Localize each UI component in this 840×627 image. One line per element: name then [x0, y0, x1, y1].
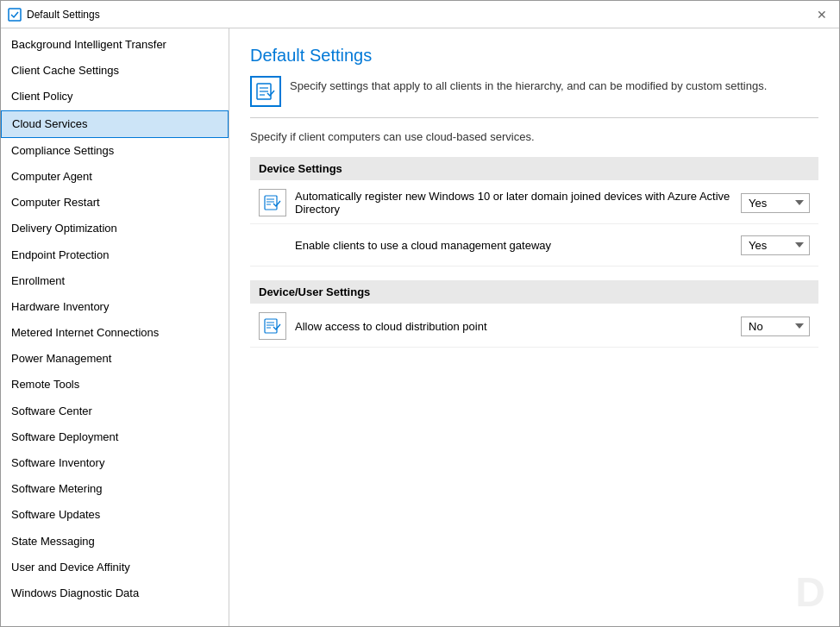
sidebar-item[interactable]: Software Center [1, 398, 229, 424]
sidebar-item[interactable]: Power Management [1, 346, 229, 372]
sidebar-item[interactable]: Compliance Settings [1, 138, 229, 164]
sidebar-item[interactable]: Background Intelligent Transfer [1, 32, 229, 58]
main-panel: Default Settings Specify settings that a… [229, 28, 839, 626]
main-title: Default Settings [250, 46, 818, 66]
svg-rect-5 [265, 196, 277, 210]
setting-row-3: Allow access to cloud distribution point… [250, 305, 818, 348]
window-icon [8, 8, 22, 22]
main-window: Default Settings ✕ Background Intelligen… [0, 0, 840, 627]
setting-row-1: Automatically register new Windows 10 or… [250, 182, 818, 224]
sidebar-item[interactable]: Client Cache Settings [1, 58, 229, 84]
description-text: Specify settings that apply to all clien… [290, 76, 767, 92]
sidebar-item[interactable]: Cloud Services [1, 110, 229, 138]
window-title: Default Settings [27, 9, 100, 21]
setting-select-1[interactable]: Yes No [741, 193, 810, 213]
svg-rect-0 [9, 9, 21, 21]
sidebar-item[interactable]: Hardware Inventory [1, 294, 229, 320]
close-button[interactable]: ✕ [812, 4, 832, 25]
setting-dropdown-2[interactable]: Yes No [741, 235, 810, 255]
sidebar-item[interactable]: Software Metering [1, 476, 229, 502]
desc-icon [250, 76, 281, 107]
sidebar-item[interactable]: Computer Agent [1, 164, 229, 190]
sidebar-item[interactable]: Endpoint Protection [1, 242, 229, 268]
sidebar-item[interactable]: Client Policy [1, 84, 229, 110]
sidebar-item[interactable]: State Messaging [1, 529, 229, 555]
sidebar-item[interactable]: Computer Restart [1, 190, 229, 216]
device-user-settings-section: Device/User Settings Allow access to clo… [250, 280, 818, 348]
sidebar-item[interactable]: Software Inventory [1, 450, 229, 476]
content-area: Background Intelligent TransferClient Ca… [1, 28, 839, 626]
setting-select-2[interactable]: Yes No [741, 235, 810, 255]
sidebar: Background Intelligent TransferClient Ca… [1, 28, 229, 626]
title-bar: Default Settings ✕ [1, 1, 839, 28]
watermark: D [795, 568, 825, 616]
sidebar-item[interactable]: Remote Tools [1, 372, 229, 398]
setting-dropdown-1[interactable]: Yes No [741, 193, 810, 213]
sidebar-item[interactable]: Windows Diagnostic Data [1, 580, 229, 606]
sidebar-item[interactable]: Enrollment [1, 268, 229, 294]
device-settings-header: Device Settings [250, 157, 818, 180]
sidebar-item[interactable]: Metered Internet Connections [1, 320, 229, 346]
title-bar-left: Default Settings [8, 8, 100, 22]
sub-description: Specify if client computers can use clou… [250, 130, 818, 143]
setting-label-3: Allow access to cloud distribution point [295, 320, 732, 333]
setting-icon-1 [259, 189, 286, 216]
setting-icon-3 [259, 312, 286, 340]
device-user-settings-header: Device/User Settings [250, 280, 818, 304]
setting-dropdown-3[interactable]: No Yes [741, 317, 810, 336]
setting-row-2: Enable clients to use a cloud management… [250, 224, 818, 266]
sidebar-item[interactable]: Software Updates [1, 502, 229, 528]
divider [250, 117, 818, 118]
setting-label-1: Automatically register new Windows 10 or… [295, 190, 732, 216]
setting-label-2: Enable clients to use a cloud management… [295, 239, 732, 252]
setting-select-3[interactable]: No Yes [741, 317, 810, 336]
sidebar-item[interactable]: User and Device Affinity [1, 555, 229, 580]
sidebar-item[interactable]: Software Deployment [1, 424, 229, 450]
sidebar-item[interactable]: Delivery Optimization [1, 216, 229, 241]
device-settings-section: Device Settings Automatically register n… [250, 157, 818, 266]
description-box: Specify settings that apply to all clien… [250, 76, 818, 107]
svg-rect-9 [265, 319, 277, 333]
